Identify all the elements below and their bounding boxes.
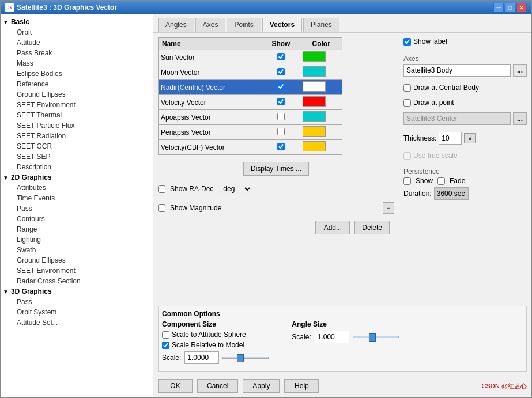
vector-show-cell[interactable] xyxy=(262,65,300,80)
sidebar-item-radar[interactable]: Radar Cross Section xyxy=(1,276,153,286)
vector-show-checkbox[interactable] xyxy=(277,128,285,135)
table-row[interactable]: Sun Vector xyxy=(159,50,342,65)
scale-model-checkbox[interactable] xyxy=(162,342,169,349)
sidebar-item-description[interactable]: Description xyxy=(1,162,153,172)
show-ra-dec-checkbox[interactable] xyxy=(158,185,165,193)
sidebar-item-eclipse-bodies[interactable]: Eclipse Bodies xyxy=(1,69,153,79)
vector-show-cell[interactable] xyxy=(262,125,300,140)
vector-show-checkbox[interactable] xyxy=(277,83,285,90)
sidebar-item-lighting[interactable]: Lighting xyxy=(1,234,153,245)
scroll-button[interactable]: ≡ xyxy=(383,202,394,214)
color-swatch[interactable] xyxy=(303,96,326,107)
table-row[interactable]: Moon Vector xyxy=(159,65,342,80)
vector-show-cell[interactable] xyxy=(262,50,300,65)
axes-browse-button[interactable]: ... xyxy=(513,64,527,77)
cancel-button[interactable]: Cancel xyxy=(197,379,238,393)
sidebar-item-pass-3d[interactable]: Pass xyxy=(1,297,153,307)
sidebar-group-3d[interactable]: ▼ 3D Graphics xyxy=(1,286,153,297)
persistence-show-checkbox[interactable] xyxy=(403,177,411,185)
thickness-input[interactable] xyxy=(439,132,462,145)
draw-central-body-checkbox[interactable] xyxy=(403,84,411,92)
sidebar-item-seet-env-2d[interactable]: SEET Environment xyxy=(1,266,153,276)
apply-button[interactable]: Apply xyxy=(243,379,280,393)
color-swatch[interactable] xyxy=(303,141,326,151)
vector-show-checkbox[interactable] xyxy=(277,68,285,75)
help-button[interactable]: Help xyxy=(284,379,319,393)
slider-thumb-angle[interactable] xyxy=(369,333,376,342)
sidebar-item-pass[interactable]: Pass xyxy=(1,203,153,214)
table-row[interactable]: Velocity(CBF) Vector xyxy=(159,140,342,155)
sidebar-item-attitude-sol[interactable]: Attitude Sol... xyxy=(1,317,153,328)
table-row[interactable]: Periapsis Vector xyxy=(159,125,342,140)
sidebar-item-attitude[interactable]: Attitude xyxy=(1,37,153,48)
vector-color-cell[interactable] xyxy=(300,80,342,95)
tab-axes[interactable]: Axes xyxy=(195,18,226,32)
vector-show-cell[interactable] xyxy=(262,95,300,110)
duration-input[interactable] xyxy=(434,187,469,200)
sidebar-item-seet-env[interactable]: SEET Environment xyxy=(1,100,153,110)
sidebar-item-ground-ellipses-2d[interactable]: Ground Ellipses xyxy=(1,255,153,266)
color-swatch[interactable] xyxy=(303,66,326,77)
close-button[interactable]: ✕ xyxy=(516,3,527,12)
persistence-fade-checkbox[interactable] xyxy=(437,177,445,185)
draw-at-point-checkbox[interactable] xyxy=(403,99,411,107)
vector-color-cell[interactable] xyxy=(300,65,342,80)
minimize-button[interactable]: ─ xyxy=(493,3,504,12)
maximize-button[interactable]: □ xyxy=(505,3,515,12)
scale-attitude-checkbox[interactable] xyxy=(162,331,169,339)
sidebar-item-seet-gcr[interactable]: SEET GCR xyxy=(1,141,153,151)
vector-show-checkbox[interactable] xyxy=(277,113,285,120)
sidebar-group-basic[interactable]: ▼ Basic xyxy=(1,17,153,27)
table-row[interactable]: Velocity Vector xyxy=(159,95,342,110)
sidebar-item-range[interactable]: Range xyxy=(1,224,153,234)
sidebar-item-orbit-system[interactable]: Orbit System xyxy=(1,307,153,317)
display-times-button[interactable]: Display Times ... xyxy=(243,162,309,176)
color-swatch[interactable] xyxy=(303,126,326,137)
point-input[interactable] xyxy=(403,112,511,125)
sidebar-item-seet-particle[interactable]: SEET Particle Flux xyxy=(1,120,153,131)
tab-planes[interactable]: Planes xyxy=(303,18,339,32)
vector-show-checkbox[interactable] xyxy=(277,53,285,60)
vector-color-cell[interactable] xyxy=(300,50,342,65)
vector-show-checkbox[interactable] xyxy=(277,143,285,150)
vector-show-cell[interactable] xyxy=(262,110,300,125)
show-magnitude-checkbox[interactable] xyxy=(158,204,165,212)
sidebar-group-2d[interactable]: ▼ 2D Graphics xyxy=(1,172,153,183)
sidebar-item-attributes[interactable]: Attributes xyxy=(1,183,153,193)
sidebar-item-time-events[interactable]: Time Events xyxy=(1,193,153,203)
tab-vectors[interactable]: Vectors xyxy=(262,18,302,32)
sidebar-item-mass[interactable]: Mass xyxy=(1,58,153,69)
table-row[interactable]: Nadir(Centric) Vector xyxy=(159,80,342,95)
add-button[interactable]: Add... xyxy=(315,221,350,234)
color-swatch[interactable] xyxy=(303,51,326,62)
sidebar-item-swath[interactable]: Swath xyxy=(1,245,153,255)
angle-scale-slider[interactable] xyxy=(353,336,399,338)
use-true-scale-checkbox[interactable] xyxy=(403,152,411,160)
angle-scale-input[interactable] xyxy=(315,331,349,343)
vector-show-cell[interactable] xyxy=(262,140,300,155)
vector-color-cell[interactable] xyxy=(300,125,342,140)
vector-color-cell[interactable] xyxy=(300,95,342,110)
sidebar-item-seet-sep[interactable]: SEET SEP xyxy=(1,151,153,162)
tab-angles[interactable]: Angles xyxy=(158,18,194,32)
tab-points[interactable]: Points xyxy=(227,18,261,32)
sidebar-item-ground-ellipses[interactable]: Ground Ellipses xyxy=(1,89,153,100)
sidebar-item-reference[interactable]: Reference xyxy=(1,79,153,89)
sidebar-item-seet-radiation[interactable]: SEET Radiation xyxy=(1,131,153,141)
color-swatch[interactable] xyxy=(303,111,326,122)
slider-thumb[interactable] xyxy=(237,354,244,362)
point-browse-button[interactable]: ... xyxy=(513,112,527,125)
sidebar-item-orbit[interactable]: Orbit xyxy=(1,27,153,37)
sidebar-item-pass-break[interactable]: Pass Break xyxy=(1,48,153,58)
sidebar-item-contours[interactable]: Contours xyxy=(1,214,153,224)
table-row[interactable]: Apoapsis Vector xyxy=(159,110,342,125)
vector-show-cell[interactable] xyxy=(262,80,300,95)
axes-input[interactable] xyxy=(403,64,511,77)
vector-color-cell[interactable] xyxy=(300,140,342,155)
vector-show-checkbox[interactable] xyxy=(277,98,285,105)
component-scale-input[interactable] xyxy=(184,351,219,364)
ok-button[interactable]: OK xyxy=(158,379,193,393)
sidebar-item-seet-thermal[interactable]: SEET Thermal xyxy=(1,110,153,120)
deg-select[interactable]: deg rad xyxy=(218,183,252,195)
color-swatch[interactable] xyxy=(303,81,326,92)
